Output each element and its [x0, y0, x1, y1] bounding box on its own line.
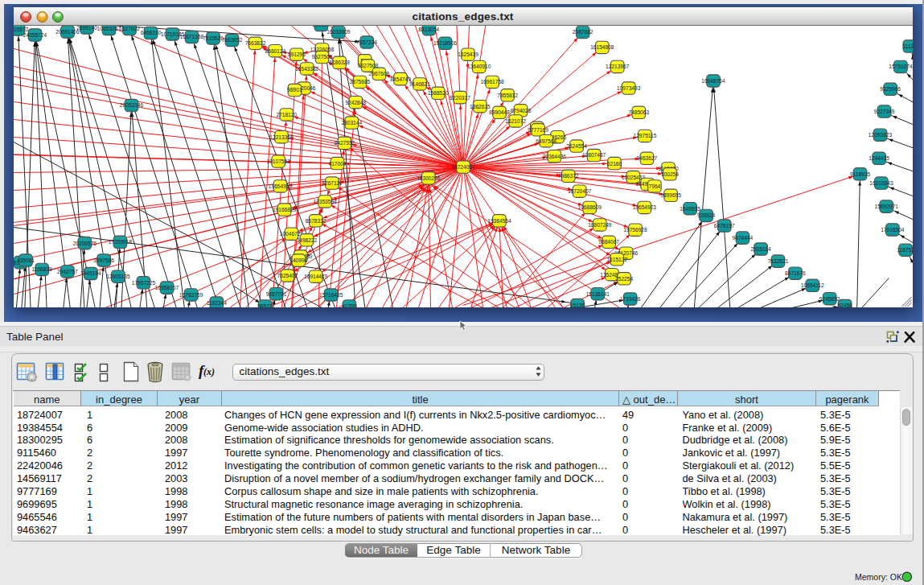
svg-text:26053346: 26053346: [119, 102, 143, 108]
svg-text:16782759: 16782759: [179, 291, 203, 297]
svg-text:417004: 417004: [328, 160, 346, 166]
svg-text:1192344: 1192344: [206, 299, 227, 305]
svg-text:16210643: 16210643: [869, 180, 893, 186]
svg-text:9463627: 9463627: [636, 155, 657, 161]
svg-text:10688609: 10688609: [577, 204, 602, 210]
svg-text:9146821: 9146821: [409, 80, 430, 86]
svg-text:2087682: 2087682: [572, 29, 593, 35]
svg-text:12093823: 12093823: [868, 132, 892, 138]
svg-text:62160: 62160: [606, 160, 622, 166]
svg-text:435061: 435061: [16, 257, 34, 262]
svg-text:16154808: 16154808: [590, 44, 614, 50]
svg-text:16543382: 16543382: [294, 65, 318, 71]
svg-text:252254: 252254: [615, 275, 633, 281]
svg-text:16033809: 16033809: [326, 29, 351, 35]
svg-text:8267110: 8267110: [322, 180, 343, 186]
svg-text:8471676: 8471676: [785, 270, 806, 276]
svg-text:41700: 41700: [342, 303, 357, 307]
svg-text:10653267: 10653267: [97, 26, 121, 31]
svg-text:2935114: 2935114: [750, 245, 771, 251]
svg-text:11123: 11123: [902, 43, 912, 48]
svg-text:15716485: 15716485: [319, 291, 343, 297]
svg-text:92456: 92456: [837, 303, 852, 307]
svg-text:6479197: 6479197: [713, 222, 734, 228]
svg-text:8990448: 8990448: [489, 109, 510, 115]
svg-text:938924: 938924: [697, 212, 715, 218]
svg-text:1244415: 1244415: [869, 155, 889, 161]
svg-text:9857791: 9857791: [265, 290, 286, 296]
svg-text:1615132: 1615132: [606, 256, 627, 262]
svg-text:20206576: 20206576: [72, 240, 97, 245]
svg-text:12213369: 12213369: [269, 134, 294, 139]
svg-text:1362615: 1362615: [470, 103, 491, 109]
svg-text:19166829: 19166829: [272, 206, 296, 212]
svg-text:8678332: 8678332: [305, 217, 326, 223]
svg-text:10107552: 10107552: [266, 159, 290, 164]
svg-text:10958107: 10958107: [154, 285, 179, 290]
svg-text:3624554: 3624554: [566, 143, 587, 149]
svg-text:140994: 140994: [290, 257, 307, 263]
svg-text:8454749: 8454749: [390, 76, 411, 81]
svg-text:100254: 100254: [660, 171, 678, 176]
svg-text:13640910: 13640910: [467, 64, 491, 69]
svg-text:15720407: 15720407: [567, 188, 591, 194]
svg-text:9118935: 9118935: [849, 171, 870, 176]
svg-text:16671358: 16671358: [179, 34, 203, 39]
svg-text:2967608: 2967608: [368, 71, 389, 76]
svg-text:24055724: 24055724: [23, 31, 47, 37]
svg-text:12213967: 12213967: [606, 64, 630, 69]
svg-text:3498222: 3498222: [296, 237, 317, 242]
svg-text:12353594: 12353594: [313, 198, 337, 204]
svg-text:2942757: 2942757: [56, 268, 77, 274]
svg-text:9227349: 9227349: [873, 109, 894, 114]
svg-text:1640935: 1640935: [680, 205, 700, 211]
svg-text:16914479: 16914479: [304, 274, 328, 279]
svg-text:2699140: 2699140: [76, 26, 97, 31]
svg-text:2718120: 2718120: [276, 111, 297, 117]
svg-text:7485063: 7485063: [628, 109, 649, 115]
svg-text:8813054: 8813054: [418, 26, 439, 31]
svg-text:10654112: 10654112: [800, 282, 823, 288]
svg-text:8427552: 8427552: [334, 140, 355, 146]
svg-text:9474444: 9474444: [732, 235, 753, 241]
svg-text:7632621: 7632621: [767, 258, 788, 264]
svg-text:19654912: 19654912: [268, 183, 292, 188]
svg-text:116753: 116753: [897, 247, 913, 253]
svg-text:8186328: 8186328: [329, 60, 350, 65]
svg-text:1527602: 1527602: [119, 26, 140, 31]
svg-text:2405572: 2405572: [14, 26, 29, 31]
svg-text:15692971: 15692971: [874, 204, 898, 209]
svg-text:1588520: 1588520: [427, 90, 448, 96]
svg-text:8220317: 8220317: [450, 94, 470, 100]
svg-text:19756928: 19756928: [623, 227, 647, 233]
svg-text:1733426: 1733426: [619, 295, 640, 301]
svg-text:9899695: 9899695: [660, 192, 681, 198]
svg-text:9329966: 9329966: [880, 86, 901, 92]
svg-text:(x): (x): [203, 366, 215, 377]
svg-text:16648764: 16648764: [701, 77, 725, 83]
svg-text:12975115: 12975115: [633, 133, 656, 138]
svg-text:18724007: 18724007: [451, 163, 475, 169]
svg-text:98901: 98901: [287, 87, 302, 93]
svg-text:18300295: 18300295: [417, 175, 441, 180]
svg-text:19218506: 19218506: [433, 40, 457, 46]
svg-text:7964: 7964: [648, 183, 660, 188]
svg-text:1156829: 1156829: [31, 266, 52, 272]
svg-text:7955812: 7955812: [497, 92, 518, 97]
svg-text:17957225: 17957225: [131, 279, 155, 285]
svg-text:891295: 891295: [287, 51, 305, 57]
svg-text:1621072: 1621072: [505, 117, 526, 123]
svg-text:15136: 15136: [569, 302, 585, 307]
svg-text:6497568: 6497568: [536, 138, 556, 143]
svg-text:19384554: 19384554: [487, 217, 511, 223]
svg-text:10973493: 10973493: [617, 84, 641, 90]
svg-text:16961758: 16961758: [480, 79, 504, 84]
svg-text:9242848: 9242848: [345, 99, 366, 105]
svg-text:98577: 98577: [257, 303, 273, 307]
svg-text:15751074: 15751074: [889, 64, 913, 69]
svg-text:3875685: 3875685: [349, 79, 370, 84]
svg-text:10807487: 10807487: [581, 152, 606, 158]
svg-text:12905135: 12905135: [106, 274, 130, 279]
svg-text:20364436: 20364436: [542, 153, 566, 159]
svg-text:2803144: 2803144: [341, 119, 362, 125]
